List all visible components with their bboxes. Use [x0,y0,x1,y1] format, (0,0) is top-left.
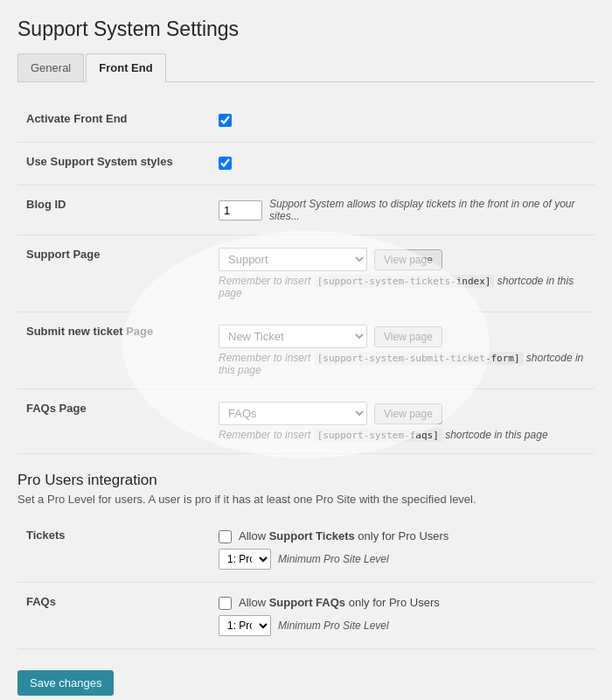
use-styles-value [210,143,595,186]
blog-id-row: Blog ID Support System allows to display… [17,186,595,235]
pro-table: Tickets Allow Support Tickets only for P… [17,516,595,649]
use-styles-row: Use Support System styles [17,143,595,186]
spotlight-section: Support Page Support View page Remember … [17,235,595,454]
submit-ticket-page-select[interactable]: New Ticket [219,325,367,348]
pro-integration-desc: Set a Pro Level for users. A user is pro… [17,493,595,506]
blog-id-value: Support System allows to display tickets… [210,186,595,235]
use-styles-checkbox[interactable] [219,157,232,170]
submit-ticket-page-row: Submit new ticket Page New Ticket View p… [17,312,595,389]
tabs-bar: General Front End [17,53,595,82]
activate-frontend-row: Activate Front End [17,100,595,143]
save-changes-button[interactable]: Save changes [17,670,114,696]
submit-ticket-page-value: New Ticket View page Remember to insert … [210,312,595,389]
pro-faqs-level-select[interactable]: 1: Pro [219,615,271,636]
page-title: Support System Settings [17,18,595,41]
activate-frontend-value [210,100,595,143]
pro-tickets-level-select[interactable]: 1: Pro [219,549,271,570]
faqs-page-shortcode: [support-system-faqs] [314,429,442,442]
settings-table: Activate Front End Use Support System st… [17,100,595,235]
pro-integration-title: Pro Users integration [17,472,595,489]
activate-frontend-checkbox[interactable] [219,114,232,127]
support-page-hint: Remember to insert [support-system-ticke… [219,275,586,299]
submit-ticket-page-view-btn[interactable]: View page [374,326,442,347]
pro-faqs-row: FAQs Allow Support FAQs only for Pro Use… [17,583,595,649]
faqs-page-hint: Remember to insert [support-system-faqs]… [219,429,586,441]
support-page-select[interactable]: Support [219,248,367,271]
pro-faqs-label: FAQs [17,583,210,649]
pro-faqs-value: Allow Support FAQs only for Pro Users 1:… [210,583,595,649]
faqs-page-label: FAQs Page [17,389,210,454]
tab-frontend[interactable]: Front End [86,53,165,82]
pro-tickets-label: Tickets [17,516,210,583]
support-page-value: Support View page Remember to insert [su… [210,235,595,312]
submit-ticket-page-hint: Remember to insert [support-system-submi… [219,352,586,376]
faqs-page-value: FAQs View page Remember to insert [suppo… [210,389,595,454]
faqs-page-select[interactable]: FAQs [219,402,367,425]
blog-id-label: Blog ID [17,186,210,235]
pro-faqs-min-label: Minimum Pro Site Level [278,620,389,632]
support-page-view-btn[interactable]: View page [374,249,442,270]
tab-general[interactable]: General [17,53,84,81]
activate-frontend-label: Activate Front End [17,100,210,143]
pro-tickets-row: Tickets Allow Support Tickets only for P… [17,516,595,583]
pro-tickets-value: Allow Support Tickets only for Pro Users… [210,516,595,583]
support-page-label: Support Page [17,235,210,312]
support-page-shortcode: [support-system-tickets-index] [314,275,495,288]
blog-id-input[interactable] [219,200,262,220]
faqs-page-row: FAQs Page FAQs View page Remember to ins… [17,389,595,454]
pro-faqs-checkbox[interactable] [219,597,232,610]
use-styles-label: Use Support System styles [17,143,210,186]
pro-tickets-min-label: Minimum Pro Site Level [278,553,389,565]
support-page-row: Support Page Support View page Remember … [17,235,595,312]
blog-id-hint: Support System allows to display tickets… [269,198,586,222]
pro-tickets-check-text: Allow Support Tickets only for Pro Users [239,529,449,542]
submit-ticket-page-shortcode: [support-system-submit-ticket-form] [314,352,524,365]
pro-tickets-checkbox[interactable] [219,530,232,543]
pages-table: Support Page Support View page Remember … [17,235,595,454]
faqs-page-view-btn[interactable]: View page [374,403,442,424]
pro-faqs-check-text: Allow Support FAQs only for Pro Users [239,596,440,609]
submit-ticket-page-label: Submit new ticket Page [17,312,210,389]
